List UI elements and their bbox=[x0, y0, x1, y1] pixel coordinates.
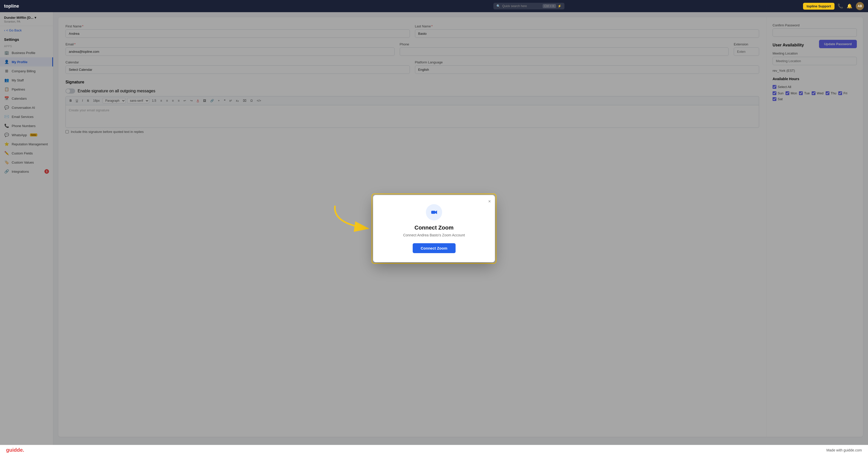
modal-close-button[interactable]: × bbox=[488, 199, 491, 204]
bell-icon[interactable]: 🔔 bbox=[847, 3, 852, 9]
svg-rect-2 bbox=[431, 211, 435, 214]
modal-title: Connect Zoom bbox=[383, 224, 485, 231]
search-bar[interactable]: 🔍 Quick search here Ctrl + K ⚡ bbox=[493, 3, 564, 9]
connect-zoom-modal: × Connect Zoom Connect Andrea Basto's Zo… bbox=[373, 195, 495, 262]
top-navigation: topline 🔍 Quick search here Ctrl + K ⚡ t… bbox=[0, 0, 868, 12]
connect-zoom-button[interactable]: Connect Zoom bbox=[413, 243, 456, 253]
search-placeholder: Quick search here bbox=[502, 4, 527, 8]
phone-icon[interactable]: 📞 bbox=[838, 3, 843, 9]
guidde-logo: guidde. bbox=[6, 447, 24, 453]
zoom-icon-circle bbox=[426, 204, 442, 220]
modal-overlay[interactable]: × Connect Zoom Connect Andrea Basto's Zo… bbox=[0, 12, 868, 445]
nav-icons: 📞 🔔 AB bbox=[838, 2, 864, 10]
search-shortcut: Ctrl + K bbox=[542, 4, 556, 8]
guidde-footer: guidde. Made with guidde.com bbox=[0, 445, 868, 455]
lightning-icon: ⚡ bbox=[558, 4, 561, 8]
search-icon: 🔍 bbox=[496, 4, 500, 8]
modal-icon-wrapper bbox=[383, 204, 485, 220]
support-button[interactable]: topline Support bbox=[803, 3, 835, 10]
modal-highlight-border: × Connect Zoom Connect Andrea Basto's Zo… bbox=[372, 194, 496, 264]
app-logo: topline bbox=[4, 4, 19, 9]
guidde-tagline: Made with guidde.com bbox=[826, 448, 862, 452]
user-avatar[interactable]: AB bbox=[856, 2, 864, 10]
modal-subtitle: Connect Andrea Basto's Zoom Account bbox=[383, 233, 485, 237]
zoom-icon bbox=[429, 208, 439, 217]
modal-button-wrapper: Connect Zoom bbox=[383, 243, 485, 253]
